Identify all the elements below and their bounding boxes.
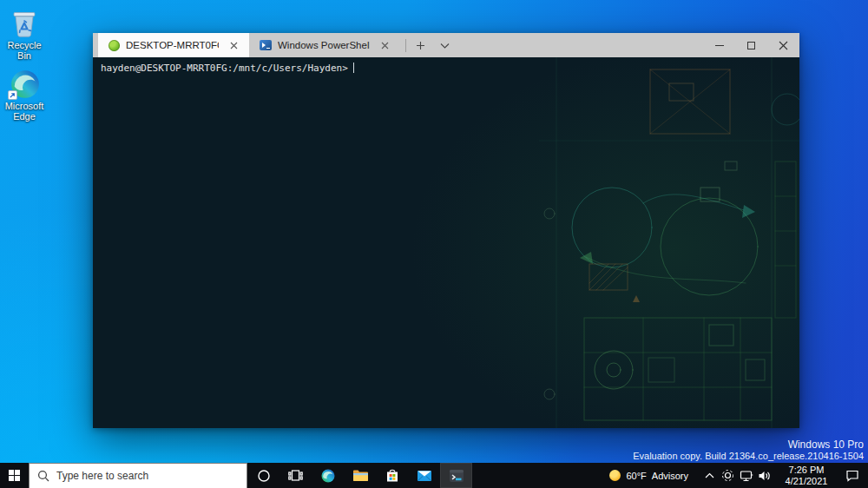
weather-sun-icon (609, 470, 621, 481)
taskbar-terminal-button[interactable] (440, 463, 472, 488)
taskbar-cortana-button[interactable] (247, 463, 279, 488)
weather-widget[interactable]: 60°F Advisory (609, 470, 688, 481)
edge-icon (9, 68, 40, 99)
windows-terminal-window: DESKTOP-MRRT0FG Windows PowerShell (93, 33, 799, 428)
close-icon[interactable] (225, 36, 242, 54)
taskbar-mail-button[interactable] (408, 463, 440, 488)
system-tray: 60°F Advisory 7:26 PM (609, 463, 868, 488)
tab-label: Windows PowerShell (278, 40, 370, 50)
taskbar-file-explorer-button[interactable] (344, 463, 376, 488)
terminal-icon (449, 469, 464, 483)
recycle-bin-icon (9, 7, 40, 38)
powershell-icon (260, 40, 272, 50)
terminal-cursor (353, 63, 354, 73)
tab-desktop-mrrt0fg[interactable]: DESKTOP-MRRT0FG (98, 33, 249, 57)
desktop-wallpaper: Recycle Bin Microsoft Edge (0, 0, 868, 488)
windows-logo-icon (9, 470, 20, 481)
taskbar-store-button[interactable] (376, 463, 408, 488)
close-icon[interactable] (767, 33, 799, 57)
terminal-content[interactable]: hayden@DESKTOP-MRRT0FG:/mnt/c/Users/Hayd… (93, 57, 799, 428)
network-icon[interactable] (737, 470, 755, 482)
clock-date: 4/21/2021 (779, 476, 833, 487)
weather-status: Advisory (652, 471, 688, 481)
task-view-icon (288, 469, 303, 482)
maximize-icon[interactable] (735, 33, 767, 57)
tab-separator (405, 39, 406, 52)
window-controls (703, 33, 799, 57)
store-icon (385, 468, 399, 483)
clock-time: 7:26 PM (779, 465, 833, 476)
taskbar-clock[interactable]: 7:26 PM 4/21/2021 (779, 465, 833, 486)
desktop-icon-label: Recycle Bin (1, 40, 48, 61)
minimize-icon[interactable] (703, 33, 735, 57)
desktop-icon-recycle-bin[interactable]: Recycle Bin (1, 7, 48, 61)
file-explorer-icon (352, 469, 368, 482)
blueprint-art (539, 57, 799, 428)
new-tab-icon[interactable] (411, 36, 429, 54)
terminal-prompt-line: hayden@DESKTOP-MRRT0FG:/mnt/c/Users/Hayd… (93, 57, 799, 74)
weather-temp: 60°F (626, 471, 646, 481)
shortcut-arrow-icon (8, 90, 17, 100)
tab-label: DESKTOP-MRRT0FG (126, 40, 219, 50)
search-icon (37, 470, 49, 482)
mail-icon (417, 470, 432, 482)
action-center-icon[interactable] (838, 469, 866, 482)
taskbar-empty-area (472, 463, 609, 488)
volume-icon[interactable] (755, 470, 773, 482)
start-button[interactable] (0, 463, 29, 488)
evaluation-watermark: Windows 10 Pro Evaluation copy. Build 21… (633, 439, 864, 462)
chevron-up-icon[interactable] (700, 472, 719, 478)
cortana-icon (257, 469, 271, 483)
chevron-down-icon[interactable] (436, 36, 453, 54)
search-input[interactable] (56, 470, 221, 482)
opensuse-icon (108, 40, 120, 51)
tab-windows-powershell[interactable]: Windows PowerShell (249, 33, 400, 57)
watermark-build: Evaluation copy. Build 21364.co_release.… (633, 451, 864, 462)
desktop-icon-label: Microsoft Edge (1, 101, 48, 122)
taskbar-search[interactable] (29, 463, 247, 488)
meet-now-icon[interactable] (719, 469, 737, 482)
edge-icon (320, 468, 336, 484)
watermark-edition: Windows 10 Pro (633, 439, 864, 451)
titlebar-drag-region[interactable] (453, 33, 703, 57)
desktop-icon-microsoft-edge[interactable]: Microsoft Edge (1, 68, 48, 122)
terminal-titlebar[interactable]: DESKTOP-MRRT0FG Windows PowerShell (93, 33, 799, 57)
close-icon[interactable] (376, 36, 393, 54)
taskbar: 60°F Advisory 7:26 PM (0, 463, 868, 488)
terminal-prompt: hayden@DESKTOP-MRRT0FG:/mnt/c/Users/Hayd… (101, 63, 348, 74)
taskbar-task-view-button[interactable] (279, 463, 312, 488)
terminal-glow (93, 57, 799, 428)
taskbar-edge-button[interactable] (312, 463, 344, 488)
